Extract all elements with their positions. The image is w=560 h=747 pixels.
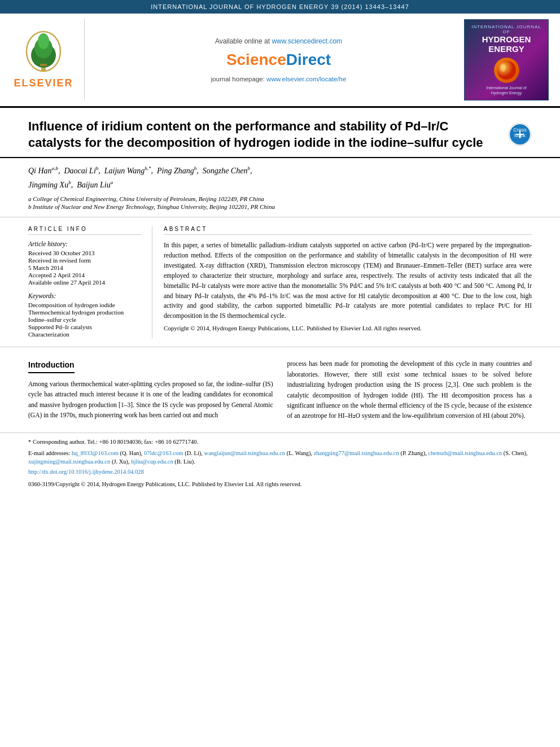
keyword-2: Thermochemical hydrogen production	[28, 309, 142, 316]
svg-rect-4	[40, 64, 47, 66]
email-6-link[interactable]: xujingming@mail.tsinghua.edu.cn	[28, 458, 110, 465]
email-7-link[interactable]: bjliu@cup.edu.cn	[131, 458, 173, 465]
affiliation-a: a College of Chemical Engineering, China…	[28, 195, 532, 202]
svg-point-7	[500, 64, 506, 72]
abstract-copyright: Copyright © 2014, Hydrogen Energy Public…	[164, 325, 532, 331]
footnote-doi: http://dx.doi.org/10.1016/j.ijhydene.201…	[28, 468, 532, 477]
journal-sidebar-text: International Journal ofHydrogen Energy	[486, 85, 526, 95]
journal-logo-title: HYDROGENENERGY	[469, 34, 544, 54]
sciencedirect-url[interactable]: www.sciencedirect.com	[272, 37, 342, 45]
keyword-5: Characterization	[28, 331, 142, 338]
svg-point-3	[38, 33, 49, 49]
introduction-columns: Introduction Among various thermochemica…	[28, 359, 532, 421]
journal-logo-circle-icon	[494, 58, 519, 83]
introduction-section: Introduction Among various thermochemica…	[0, 347, 560, 432]
article-title: Influence of iridium content on the perf…	[28, 118, 532, 151]
journal-citation: INTERNATIONAL JOURNAL OF HYDROGEN ENERGY…	[151, 3, 409, 10]
abstract-text: In this paper, a series of bimetallic pa…	[164, 241, 532, 321]
journal-top-bar: INTERNATIONAL JOURNAL OF HYDROGEN ENERGY…	[0, 0, 560, 14]
footnote-emails: E-mail addresses: hq_8933@163.com (Q. Ha…	[28, 449, 532, 467]
keyword-4: Supported Pd–Ir catalysts	[28, 324, 142, 330]
footnote-issn: 0360-3199/Copyright © 2014, Hydrogen Ene…	[28, 480, 532, 489]
affiliations: a College of Chemical Engineering, China…	[28, 195, 532, 210]
email-3-link[interactable]: wanglaijun@mail.tsinghua.edu.cn	[204, 450, 286, 456]
received-date: Received 30 October 2013	[28, 250, 142, 256]
svg-point-6	[497, 60, 516, 80]
introduction-heading: Introduction	[28, 359, 75, 373]
article-history-heading: Article history:	[28, 241, 142, 247]
article-info-heading: ARTICLE INFO	[28, 226, 142, 235]
email-5-link[interactable]: chenszh@mail.tsinghua.edu.cn	[428, 450, 502, 456]
introduction-col-left: Introduction Among various thermochemica…	[28, 359, 273, 421]
keyword-1: Decomposition of hydrogen iodide	[28, 302, 142, 308]
keywords-heading: Keywords:	[28, 292, 142, 299]
available-online-text: Available online at www.sciencedirect.co…	[215, 37, 342, 45]
email-4-link[interactable]: zhangping77@mail.tsinghua.edu.cn	[314, 450, 399, 456]
article-info-abstract-section: ARTICLE INFO Article history: Received 3…	[0, 217, 560, 347]
abstract-column: ABSTRACT In this paper, a series of bime…	[164, 226, 532, 338]
introduction-text-col2: process has been made for promoting the …	[287, 359, 532, 421]
doi-link[interactable]: http://dx.doi.org/10.1016/j.ijhydene.201…	[28, 469, 144, 475]
available-online-date: Available online 27 April 2014	[28, 279, 142, 286]
journal-logo: International Journal of HYDROGENENERGY …	[464, 19, 549, 101]
affiliation-b: b Institute of Nuclear and New Energy Te…	[28, 203, 532, 210]
journal-homepage-url[interactable]: www.elsevier.com/locate/he	[266, 76, 346, 82]
email-1-link[interactable]: hq_8933@163.com	[72, 450, 119, 456]
authors-line: Qi Hana,b, Daocai Lib, Laijun Wangb,*, P…	[28, 164, 532, 192]
authors-section: Qi Hana,b, Daocai Lib, Laijun Wangb,*, P…	[0, 158, 560, 217]
accepted-date: Accepted 2 April 2014	[28, 272, 142, 278]
elsevier-label: ELSEVIER	[14, 77, 73, 89]
introduction-text-col1: Among various thermochemical water-split…	[28, 379, 273, 421]
footnotes-section: * Corresponding author. Tel.: +86 10 801…	[0, 433, 560, 495]
header-center: Available online at www.sciencedirect.co…	[93, 19, 464, 101]
received-revised-date: 5 March 2014	[28, 264, 142, 271]
received-revised-label: Received in revised form	[28, 257, 142, 264]
elsevier-tree-icon	[21, 30, 66, 75]
journal-homepage: journal homepage: www.elsevier.com/locat…	[211, 76, 347, 82]
article-title-section: Cross Mark Influence of iridium content …	[0, 108, 560, 158]
crossmark-icon: Cross Mark	[508, 123, 532, 146]
article-info-column: ARTICLE INFO Article history: Received 3…	[28, 226, 152, 338]
crossmark-badge[interactable]: Cross Mark	[508, 123, 532, 148]
introduction-col-right: process has been made for promoting the …	[287, 359, 532, 421]
page-header: ELSEVIER Available online at www.science…	[0, 14, 560, 108]
journal-logo-int: International Journal of	[469, 24, 544, 34]
keyword-3: Iodine–sulfur cycle	[28, 316, 142, 323]
sciencedirect-logo: ScienceDirect	[226, 51, 331, 69]
email-2-link[interactable]: 07ldc@163.com	[144, 450, 183, 456]
abstract-heading: ABSTRACT	[164, 226, 532, 235]
elsevier-logo: ELSEVIER	[11, 19, 85, 101]
footnote-corresponding: * Corresponding author. Tel.: +86 10 801…	[28, 438, 532, 447]
